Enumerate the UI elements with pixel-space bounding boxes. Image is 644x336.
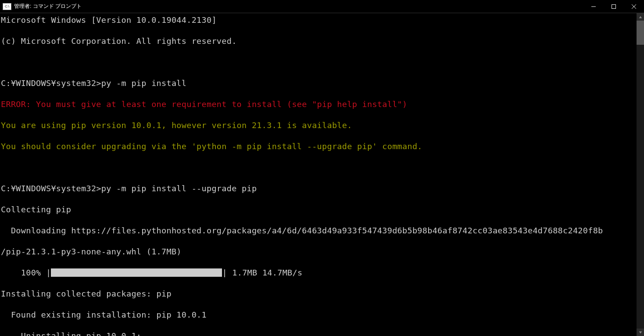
warning-line-1: You are using pip version 10.0.1, howeve… <box>1 120 637 131</box>
blank-line <box>1 162 637 173</box>
progress-line: 100% || 1.7MB 14.7MB/s <box>1 268 637 278</box>
window-controls <box>583 0 644 13</box>
progress-bar <box>51 268 222 277</box>
minimize-button[interactable] <box>583 0 604 13</box>
cmd-icon-text: C:\ <box>5 4 9 8</box>
titlebar-left: C:\ 管理者: コマンド プロンプト <box>0 3 82 10</box>
terminal-output[interactable]: Microsoft Windows [Version 10.0.19044.21… <box>0 13 637 336</box>
maximize-button[interactable] <box>604 0 624 13</box>
progress-percent: 100% | <box>1 268 51 277</box>
command-text: py -m pip install --upgrade pip <box>101 184 257 193</box>
progress-stats: | 1.7MB 14.7MB/s <box>222 268 302 277</box>
warning-line-2: You should consider upgrading via the 'p… <box>1 141 637 152</box>
output-line: Uninstalling pip-10.0.1: <box>1 331 637 336</box>
prompt-line-2: C:¥WINDOWS¥system32>py -m pip install --… <box>1 183 637 194</box>
terminal-container: Microsoft Windows [Version 10.0.19044.21… <box>0 13 644 336</box>
prompt-line-1: C:¥WINDOWS¥system32>py -m pip install <box>1 78 637 89</box>
error-line: ERROR: You must give at least one requir… <box>1 99 637 110</box>
output-line: Downloading https://files.pythonhosted.o… <box>1 225 637 236</box>
prompt-text: C:¥WINDOWS¥system32> <box>1 184 101 193</box>
output-line: Found existing installation: pip 10.0.1 <box>1 310 637 320</box>
svg-rect-1 <box>612 4 616 8</box>
command-text: py -m pip install <box>101 79 186 88</box>
vertical-scrollbar[interactable] <box>637 13 644 336</box>
scroll-down-arrow[interactable] <box>637 329 644 336</box>
copyright-line: (c) Microsoft Corporation. All rights re… <box>1 36 637 46</box>
prompt-text: C:¥WINDOWS¥system32> <box>1 79 101 88</box>
output-line: Collecting pip <box>1 204 637 215</box>
scrollbar-thumb[interactable] <box>637 21 644 45</box>
window-titlebar: C:\ 管理者: コマンド プロンプト <box>0 0 644 13</box>
blank-line <box>1 57 637 68</box>
output-line: Installing collected packages: pip <box>1 289 637 299</box>
os-version-line: Microsoft Windows [Version 10.0.19044.21… <box>1 15 637 25</box>
scrollbar-track[interactable] <box>637 21 644 329</box>
output-line: /pip-21.3.1-py3-none-any.whl (1.7MB) <box>1 247 637 257</box>
window-title: 管理者: コマンド プロンプト <box>14 3 82 10</box>
close-button[interactable] <box>624 0 644 13</box>
scroll-up-arrow[interactable] <box>637 13 644 21</box>
cmd-icon: C:\ <box>3 3 11 10</box>
